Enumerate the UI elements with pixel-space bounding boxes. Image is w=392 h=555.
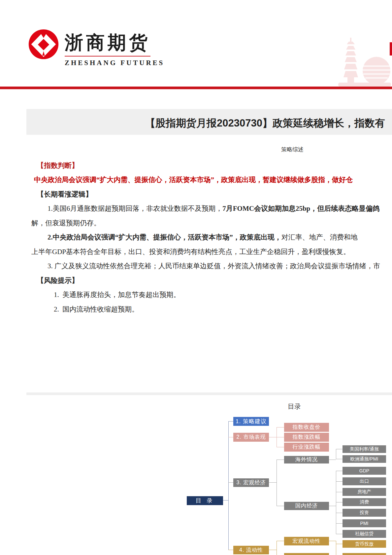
toc-connector-line <box>336 513 343 513</box>
toc-node-sector-change: 行业涨跌幅 <box>284 443 329 452</box>
point2-normal-text: 对汇率、地产、消费和地 <box>281 233 358 241</box>
toc-connector-line <box>336 544 343 544</box>
risk-item-1: 1. 美通胀再度抬头，加息节奏超出预期。 <box>54 290 180 299</box>
toc-node-overseas: 海外情况 <box>284 456 329 463</box>
toc-connector-line <box>277 437 284 437</box>
toc-node-europe: 欧洲通胀/PMI <box>343 455 386 463</box>
index-judgment-text: 中央政治局会议强调“扩大内需、提振信心，活跃资本市场”，政策底出现，暂建议继续做… <box>34 175 353 184</box>
toc-connector-line <box>277 460 277 506</box>
toc-node-gdp: GDP <box>343 467 386 475</box>
bullish-point-1: 1.美国6月通胀数据超预期回落，非农就业数据不及预期，7月FOMC会议如期加息2… <box>48 204 379 213</box>
toc-connector-line <box>277 506 284 506</box>
toc-connector-line <box>336 471 343 471</box>
toc-node-consumption: 消费 <box>343 498 386 506</box>
toc-node-export: 出口 <box>343 477 386 485</box>
toc-connector-line <box>228 482 233 483</box>
toc-node-realestate: 房地产 <box>343 488 386 496</box>
bullish-logic-heading: 【长期看涨逻辑】 <box>37 190 92 199</box>
bullish-point-3: 3. 广义及狭义流动性依然合理充裕；人民币结束单边贬值，外资流入情绪改善；政治局… <box>48 261 380 271</box>
index-judgment-heading: 【指数判断】 <box>37 161 79 170</box>
toc-connector-line <box>228 437 233 437</box>
toc-node-macro: 3. 宏观经济 <box>233 478 269 487</box>
toc-connector-line <box>336 541 336 555</box>
toc-connector-line <box>228 550 233 550</box>
toc-connector-line <box>269 482 277 483</box>
toc-connector-line <box>269 437 277 437</box>
toc-node-money-supply: 货币投放 <box>343 540 386 548</box>
toc-node-domestic: 国内经济 <box>284 502 329 510</box>
toc-connector-line <box>336 459 343 459</box>
toc-connector-line <box>277 427 284 427</box>
toc-node-us-rates: 美国利率/通胀 <box>343 445 386 453</box>
toc-heading: 目录 <box>278 402 311 411</box>
toc-connector-line <box>223 500 228 500</box>
section-divider-band <box>26 392 392 395</box>
toc-connector-line <box>269 550 277 550</box>
toc-node-partial-bottom-mid <box>284 553 329 555</box>
hangzhou-landmark-watermark-icon <box>328 37 392 87</box>
strategy-summary-subtitle: 策略综述 <box>281 146 304 153</box>
toc-node-index-close: 指数收盘价 <box>284 423 329 432</box>
bullish-point-1-continuation: 解，但衰退预期仍存。 <box>31 218 101 228</box>
article-title-bar: 【股指期货月报20230730】政策延续稳增长，指数有 <box>26 109 392 135</box>
toc-node-strategy: 1. 策略建议 <box>233 417 269 426</box>
point1-normal-text: 1.美国6月通胀数据超预期回落，非农就业数据不及预期， <box>48 204 222 212</box>
risk-heading: 【风险提示】 <box>37 276 79 285</box>
toc-connector-line <box>277 541 277 555</box>
toc-connector-line <box>336 523 343 524</box>
toc-connector-line <box>277 447 284 447</box>
toc-connector-line <box>336 492 343 492</box>
zheshang-logo-emblem <box>28 28 59 60</box>
toc-connector-line <box>277 460 284 460</box>
toc-node-pmi: PMI <box>343 519 386 527</box>
toc-connector-line <box>336 471 336 534</box>
toc-node-root: 目 录 <box>187 496 223 505</box>
toc-connector-line <box>336 481 343 482</box>
toc-node-macro-liquidity: 宏观流动性 <box>284 537 329 545</box>
toc-connector-line <box>329 506 336 506</box>
toc-node-investment: 投资 <box>343 509 386 517</box>
article-title: 【股指期货月报20230730】政策延续稳增长，指数有 <box>145 116 385 130</box>
report-page: 浙商期货 ZHESHANG FUTURES 【股指期货月报20230730】政策… <box>0 0 392 555</box>
toc-connector-line <box>329 460 336 460</box>
toc-connector-line <box>336 449 336 459</box>
bullish-point-2-continuation: 上半年GDP基本符合全年目标，出口、投资和消费均有结构性亮点，工业生产企稳回升，… <box>31 247 350 256</box>
toc-node-index-change: 指数涨跌幅 <box>284 433 329 442</box>
toc-connector-line <box>336 502 343 502</box>
bullish-point-2: 2.中央政治局会议强调“扩大内需、提振信心，活跃资本市场”，政策底出现，对汇率、… <box>48 233 358 242</box>
toc-connector-line <box>336 534 343 534</box>
page-edge-red-flag <box>390 42 392 56</box>
toc-node-credit: 社融信贷 <box>343 530 386 538</box>
toc-connector-line <box>336 449 343 449</box>
toc-node-partial-bottom-right <box>343 553 386 555</box>
toc-connector-line <box>329 541 336 541</box>
point1-bold-text: 7月FOMC会议如期加息25bp，但后续表态略显偏鸽 <box>222 204 379 212</box>
toc-connector-line <box>228 421 229 550</box>
toc-connector-line <box>277 541 284 541</box>
logo-underline <box>65 56 150 56</box>
point2-bold-text: 2.中央政治局会议强调“扩大内需、提振信心，活跃资本市场”，政策底出现， <box>48 233 281 241</box>
brand-name-chinese: 浙商期货 <box>65 30 150 56</box>
risk-item-2: 2. 国内流动性收缩超预期。 <box>54 305 139 314</box>
toc-node-liquidity: 4. 流动性 <box>233 546 269 554</box>
toc-connector-line <box>228 421 233 422</box>
brand-name-english: ZHESHANG FUTURES <box>65 59 164 67</box>
toc-node-market: 2. 市场表现 <box>233 433 269 442</box>
header-red-divider <box>0 87 392 89</box>
